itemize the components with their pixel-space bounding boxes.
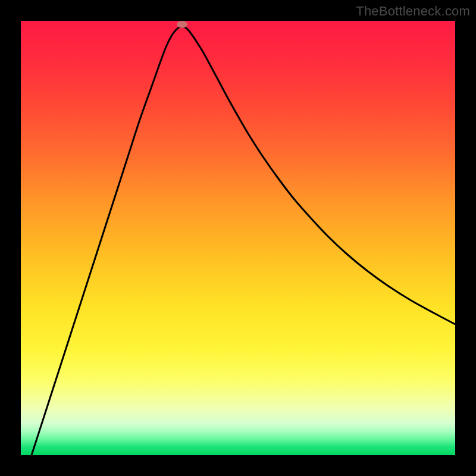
chart-frame: TheBottleneck.com [0, 0, 476, 476]
marker-dot [177, 21, 187, 28]
bottleneck-curve [32, 26, 455, 455]
plot-area [21, 21, 455, 455]
curve-layer [21, 21, 455, 455]
watermark-text: TheBottleneck.com [356, 4, 470, 19]
